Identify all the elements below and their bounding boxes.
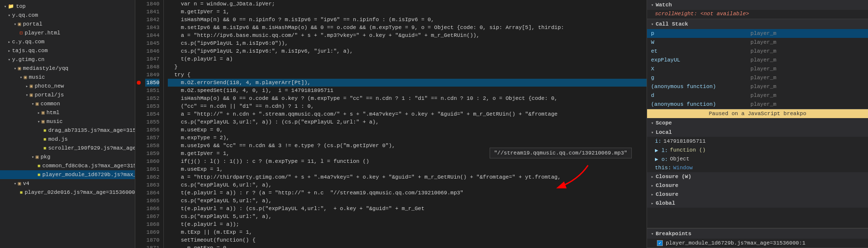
tree-folder-v4[interactable]: ▾ ▣ v4 (0, 179, 135, 188)
callstack-row[interactable]: expPlayULplayer_m (647, 56, 868, 64)
gutter-line (135, 134, 143, 142)
tree-file-common-fd8-label: common_fd8c0ca.js?max_age=31536000 (42, 163, 135, 169)
file-js-icon: ■ (43, 128, 46, 133)
folder-icon: ▣ (18, 21, 21, 27)
scope-closure-header[interactable]: ▸Closure (647, 190, 868, 199)
tree-folder-pkg[interactable]: ▾ ▣ pkg (0, 153, 135, 161)
callstack-row[interactable]: (anonymous function)player_m (647, 100, 868, 109)
code-line: a = "http://ipv6.base.music.qq.com/" + s… (168, 31, 647, 39)
breakpoint-item[interactable]: player_module_1d6729b.js?max_age=3153600… (647, 239, 868, 248)
tree-file-player-html[interactable]: ⊡ player.html (0, 29, 135, 37)
tree-folder-music[interactable]: ▾ ▣ music (0, 73, 135, 82)
tree-folder-portaljs-label: portal/js (34, 92, 63, 98)
watch-header[interactable]: ▾ Watch (647, 0, 868, 10)
line-number: 1866 (145, 205, 159, 213)
tree-folder-common-label: common (40, 101, 60, 107)
gutter-line (135, 63, 143, 71)
code-line: a = "http://" + n.cdn + ".stream.qqmusic… (168, 110, 647, 118)
gutter-line (135, 102, 143, 110)
code-line: m.expType = 2), (168, 134, 647, 142)
scope-closure-header[interactable]: ▸Closure (W) (647, 172, 868, 181)
scope-section: ▾ Scope ▾ Local i:1479181895711▶ l:funct… (647, 118, 868, 228)
tree-folder-photo[interactable]: ▸ ▣ photo_new (0, 82, 135, 91)
tree-file-drag-label: drag_ab73135.js?max_age=31536000 (48, 127, 135, 133)
callstack-row[interactable]: Xplayer_m (647, 64, 868, 73)
breakpoint-checkbox[interactable] (657, 240, 663, 246)
tree-file-scroller[interactable]: ■ scroller_190f929.js?max_age=31536000 (0, 144, 135, 153)
breakpoints-list: player_module_1d6729b.js?max_age=3153600… (647, 239, 868, 248)
gutter-line (135, 150, 143, 157)
tree-folder-common[interactable]: ▾ ▣ common (0, 99, 135, 108)
callstack-fn-name: (anonymous function) (647, 82, 746, 91)
callstack-file: player_m (746, 47, 868, 56)
callstack-row[interactable]: Wplayer_m (647, 38, 868, 47)
callstack-file: player_m (746, 100, 868, 109)
tree-root-label: top (16, 3, 26, 9)
scope-header[interactable]: ▾ Scope (647, 118, 868, 128)
line-number: 1865 (145, 197, 159, 205)
tree-folder-mediastyle-label: mediastyle/yqq (23, 65, 68, 71)
gutter-line (135, 157, 143, 165)
tree-folder-html[interactable]: ▸ ▣ html (0, 108, 135, 117)
scope-section-label: Closure (655, 191, 678, 197)
breakpoints-header[interactable]: ▾ Breakpoints (647, 229, 868, 239)
chevron-icon: ▾ (31, 155, 34, 160)
gutter-line (135, 31, 143, 39)
tree-folder-music-label: music (29, 74, 45, 80)
callstack-row[interactable]: pplayer_m (647, 29, 868, 38)
tree-folder-mediastyle[interactable]: ▾ ▣ mediastyle/yqq (0, 64, 135, 73)
callstack-row[interactable]: gplayer_m (647, 73, 868, 82)
line-number: 1852 (145, 94, 159, 102)
code-line: m.tExp || (m.tExp = 1, (168, 228, 647, 236)
scope-var-item: i:1479181895711 (647, 137, 868, 146)
callstack-row[interactable]: (anonymous function)player_m (647, 82, 868, 91)
chevron-icon: ▾ (651, 22, 653, 27)
line-number: 1858 (145, 142, 159, 150)
chevron-icon: ▸ (651, 183, 653, 188)
scope-local-header[interactable]: ▾ Local (647, 128, 868, 137)
tree-file-player-module[interactable]: ■ player_module_1d6729b.js?max_age=31536… (0, 170, 135, 179)
callstack-row[interactable]: etplayer_m (647, 47, 868, 56)
tree-root[interactable]: ▾ 📁 top (0, 2, 135, 11)
scope-title: Scope (655, 120, 672, 126)
scope-section-label: Global (655, 200, 675, 206)
code-lines-container[interactable]: 1840184118421843184418451846184718481849… (135, 0, 647, 248)
folder-icon: ▣ (35, 101, 38, 107)
chevron-icon: ▾ (37, 119, 40, 124)
line-number: 1870 (145, 236, 159, 244)
paused-notice: Paused on a JavaScript breakpo (647, 109, 868, 118)
code-line: setTimeout(function() { (168, 236, 647, 244)
tree-folder-music2[interactable]: ▾ ▣ music (0, 117, 135, 126)
chevron-icon: ▾ (651, 121, 653, 126)
tree-file-player02d[interactable]: ■ player_02de016.js?max_age=31536000 (0, 188, 135, 197)
gutter-line (135, 213, 143, 220)
code-line: m.OZ.errorSend(118, 4, m.playerArr[Pt]), (168, 79, 647, 87)
scope-closure-header[interactable]: ▸Global (647, 199, 868, 208)
tree-folder-portal[interactable]: ▾ ▣ portal (0, 20, 135, 29)
callstack-file: player_m (746, 64, 868, 73)
callstack-file: player_m (746, 91, 868, 100)
folder-icon: ▣ (41, 110, 44, 116)
chevron-icon: ▸ (26, 84, 28, 89)
tree-domain-cyqq[interactable]: ▸ c.y.qq.com (0, 37, 135, 46)
tree-folder-portaljs[interactable]: ▾ ▣ portal/js (0, 91, 135, 99)
tree-file-common-fd8[interactable]: ■ common_fd8c0ca.js?max_age=31536000 (0, 161, 135, 170)
tree-domain-yqq[interactable]: ▾ y.qq.com (0, 11, 135, 20)
line-number: 1842 (145, 16, 159, 24)
tree-domain-gtimg[interactable]: ▾ y.gtimg.cn (0, 55, 135, 64)
watch-content: scrollHeight: <not available> (647, 10, 868, 19)
chevron-icon: ▸ (8, 39, 10, 45)
line-number: 1849 (145, 71, 159, 79)
tree-file-drag[interactable]: ■ drag_ab73135.js?max_age=31536000 (0, 126, 135, 135)
callstack-row[interactable]: dplayer_m (647, 91, 868, 100)
folder-icon: ▣ (18, 181, 21, 186)
scope-var-name: ▶ o: (655, 156, 668, 162)
scope-closure-header[interactable]: ▸Closure (647, 181, 868, 190)
tree-domain-cyqq-label: c.y.qq.com (12, 39, 44, 45)
line-number: 1848 (145, 63, 159, 71)
code-content[interactable]: var n = window.g_JData.ipVer; m.getIpVer… (164, 0, 647, 248)
tree-domain-tajs[interactable]: ▸ tajs.qq.com (0, 46, 135, 55)
code-line: t(e.playUrl = a)); (168, 220, 647, 228)
callstack-header[interactable]: ▾ Call Stack (647, 19, 868, 29)
tree-file-mod[interactable]: ■ mod.js (0, 135, 135, 144)
